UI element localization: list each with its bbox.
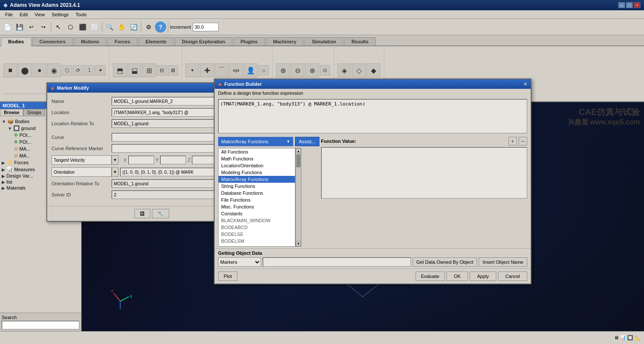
marker-ok-button[interactable]: 🖼 [134,209,150,218]
bool4-icon[interactable]: ⊙ [320,65,330,75]
flex2-icon[interactable]: ⬓ [128,63,141,77]
orientation-input[interactable] [52,167,112,177]
panel-tab-browse[interactable]: Browse [0,109,23,116]
torus-icon[interactable]: ◉ [47,63,61,77]
list-item-location[interactable]: Location/Orientation [219,162,295,169]
search-input[interactable] [2,321,79,329]
construct2-icon[interactable]: ⌂ [258,65,269,75]
tangent-velocity-arrow[interactable]: ▼ [112,155,118,165]
close-button[interactable]: × [634,2,641,8]
cylinder-icon[interactable]: ⬤ [18,63,32,77]
orientation-arrow[interactable]: ▼ [112,167,118,177]
marker-icon[interactable]: ✚ [200,63,214,77]
flex1-icon[interactable]: ⬒ [113,63,127,77]
revolve-icon[interactable]: ⟳ [73,65,83,75]
list-item-bodelse[interactable]: BODELSE [219,231,295,238]
list-item-bodelsm[interactable]: BODELSM [219,238,295,244]
markers-select[interactable]: Markers [218,257,261,267]
point-icon[interactable]: • [185,63,199,77]
evaluate-button[interactable]: Evaluate [416,272,445,281]
cancel-button[interactable]: Cancel [498,272,527,281]
tangent-velocity-input[interactable] [52,155,112,165]
func-list[interactable]: All Functions Math Functions Location/Or… [218,148,295,247]
tab-machinery[interactable]: Machinery [266,37,304,45]
menu-file[interactable]: File [2,11,16,18]
panel-tab-groups[interactable]: Groups [23,109,45,116]
menu-tools[interactable]: Tools [72,11,90,18]
y-input[interactable] [160,156,186,164]
list-item-math[interactable]: Math Functions [219,155,295,162]
plot-button[interactable]: Plot [218,272,237,281]
tab-design-exploration[interactable]: Design Exploration [175,37,232,45]
list-item-misc[interactable]: Misc. Functions [219,203,295,210]
rotate-button[interactable]: 🔄 [128,21,139,33]
tab-plugins[interactable]: Plugins [233,37,265,45]
tab-connectors[interactable]: Connectors [32,37,73,45]
tab-results[interactable]: Results [344,37,376,45]
list-item-blackman[interactable]: BLACKMAN_WINDOW [219,217,295,224]
wireframe-button[interactable]: ⬡ [65,21,76,33]
extrude-icon[interactable]: ⬡ [62,65,72,75]
func-value-collapse[interactable]: ─ [519,137,527,145]
save-button[interactable]: 💾 [14,21,25,33]
import-icon[interactable]: ⤵ [84,65,94,75]
list-item-database[interactable]: Database Functions [219,190,295,196]
list-item-modeling[interactable]: Modeling Functions [219,169,295,176]
tab-bodies[interactable]: Bodies [1,37,31,46]
insert-obj-button[interactable]: Insert Object Name [479,257,527,267]
list-item-bodeseq[interactable]: BODESEQ [219,244,295,247]
curve-icon[interactable]: ⌒ [215,63,228,77]
undo-button[interactable]: ↩ [26,21,37,33]
feat1-icon[interactable]: ◈ [337,63,351,77]
ok-button[interactable]: OK [447,272,468,281]
func-value-box[interactable] [321,147,527,199]
pan-button[interactable]: ✋ [116,21,127,33]
scroll-down-arrow[interactable]: ▼ [296,241,301,246]
object-name-input[interactable] [263,257,411,267]
feat2-icon[interactable]: ◇ [352,63,366,77]
tab-motions[interactable]: Motions [74,37,106,45]
flex4-icon[interactable]: ⊟ [157,65,167,75]
func-value-expand[interactable]: + [508,137,517,145]
assist-button[interactable]: Assist... [295,137,319,146]
render-button[interactable]: ⬜ [89,21,100,33]
category-selected[interactable]: Matrix/Array Functions ▼ [218,137,293,146]
list-item-bodeabcd[interactable]: BODEABCD [219,224,295,231]
expression-area[interactable]: (TMAT(MARKER_1.ang, "body313") @ MARKER_… [218,99,527,133]
minimize-button[interactable]: ─ [618,2,625,8]
bool3-icon[interactable]: ⊗ [305,63,319,77]
list-item-matrix[interactable]: Matrix/Array Functions [219,176,295,183]
menu-edit[interactable]: Edit [16,11,31,18]
settings-button[interactable]: ⚙ [143,21,154,33]
scroll-up-arrow[interactable]: ▲ [296,148,301,154]
solid-button[interactable]: ⬛ [77,21,88,33]
apply-button[interactable]: Apply [470,272,496,281]
sphere-icon[interactable]: ● [33,63,46,77]
point-mass-icon[interactable]: ✦ [95,65,106,75]
tab-simulation[interactable]: Simulation [304,37,343,45]
menu-view[interactable]: View [31,11,49,18]
marker-edit-button[interactable]: 🔧 [152,209,169,218]
increment-input[interactable] [193,23,219,31]
flex3-icon[interactable]: ⊞ [142,63,156,77]
func-close-button[interactable]: × [524,81,527,88]
box-icon[interactable]: ■ [3,63,17,77]
func-list-scrollbar[interactable]: ▲ ▼ [295,148,301,247]
get-data-button[interactable]: Get Data Owned By Object [413,257,477,267]
person-icon[interactable]: 👤 [244,63,258,77]
feat3-icon[interactable]: ◆ [367,63,380,77]
redo-button[interactable]: ↪ [38,21,49,33]
x-input[interactable] [128,156,154,164]
maximize-button[interactable]: □ [626,2,633,8]
list-item-constants[interactable]: Constants [219,210,295,217]
flex5-icon[interactable]: ⊠ [168,65,178,75]
list-item-string[interactable]: String Functions [219,183,295,190]
bool1-icon[interactable]: ⊕ [276,63,290,77]
scroll-thumb[interactable] [296,154,301,167]
xyz-icon[interactable]: xyz [229,63,243,77]
help-button[interactable]: ? [155,21,166,33]
tab-forces[interactable]: Forces [107,37,137,45]
zoom-button[interactable]: 🔍 [104,21,115,33]
list-item-file[interactable]: File Functions [219,196,295,203]
menu-settings[interactable]: Settings [48,11,72,18]
